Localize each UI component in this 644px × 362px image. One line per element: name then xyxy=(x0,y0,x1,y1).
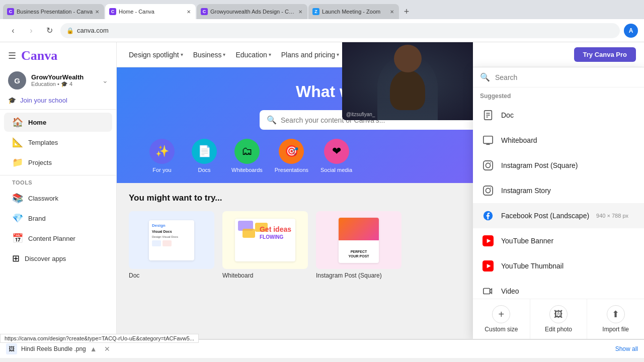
tab4-title: Launch Meeting - Zoom xyxy=(322,9,387,15)
dropdown-item-whiteboard[interactable]: Whiteboard xyxy=(473,128,644,153)
user-meta: Education • 🎓 4 xyxy=(31,81,97,87)
download-filename: Hindi Reels Bundle .png xyxy=(21,345,86,352)
svg-marker-19 xyxy=(490,289,492,293)
download-expand-icon[interactable]: ▲ xyxy=(90,345,97,353)
docs-icon: 📄 xyxy=(192,139,217,164)
user-section[interactable]: G GrowYourWealth Education • 🎓 4 ⌄ xyxy=(0,67,116,94)
dropdown-item-doc[interactable]: Doc xyxy=(473,103,644,128)
canva-logo[interactable]: Canva xyxy=(21,48,57,63)
tab4-favicon: Z xyxy=(312,8,319,15)
shortcut-foryou[interactable]: ✨ For you xyxy=(147,139,177,173)
education-label: Education xyxy=(235,51,267,59)
try-canva-pro-button[interactable]: Try Canva Pro xyxy=(574,47,636,62)
svg-point-9 xyxy=(490,162,491,163)
instagram-card-label: Instagram Post (Square) xyxy=(316,272,401,279)
import-file-button[interactable]: ⬆ Import file xyxy=(587,299,644,339)
join-school-label: Join your school xyxy=(20,97,67,104)
sidebar-item-classwork[interactable]: 📚 Classwork xyxy=(4,189,112,208)
tab3-title: Growyourwealth Ads Design - Ca... xyxy=(210,9,296,15)
sidebar-item-brand[interactable]: 💎 Brand xyxy=(4,209,112,228)
user-name: GrowYourWealth xyxy=(31,73,97,81)
sidebar: ☰ Canva G GrowYourWealth Education • 🎓 4… xyxy=(0,42,117,339)
app-body: ☰ Canva G GrowYourWealth Education • 🎓 4… xyxy=(0,42,644,339)
sidebar-item-content-planner[interactable]: 📅 Content Planner xyxy=(4,229,112,248)
sidebar-nav: 🏠 Home 📐 Templates 📁 Projects xyxy=(0,110,116,175)
forward-button[interactable]: › xyxy=(24,24,38,38)
dropdown-item-instagram-story[interactable]: Instagram Story xyxy=(473,178,644,203)
browser-tab-1[interactable]: C Business Presentation - Canva ✕ xyxy=(3,4,104,19)
topnav-business[interactable]: Business ▾ xyxy=(189,48,230,61)
dropdown-item-youtube-thumbnail[interactable]: YouTube Thumbnail xyxy=(473,253,644,279)
tab4-close[interactable]: ✕ xyxy=(390,9,394,15)
browser-tabs-bar: C Business Presentation - Canva ✕ C Home… xyxy=(0,0,644,19)
search-dropdown-input-row[interactable]: 🔍 xyxy=(473,67,644,87)
sidebar-item-projects[interactable]: 📁 Projects xyxy=(4,153,112,172)
home-label: Home xyxy=(28,119,46,126)
presentations-icon: 🎯 xyxy=(279,139,304,164)
show-all-button[interactable]: Show all xyxy=(615,345,638,352)
tab2-title: Home - Canva xyxy=(119,9,184,15)
custom-size-button[interactable]: + Custom size xyxy=(473,299,530,339)
home-icon: 🏠 xyxy=(12,117,23,128)
search-icon: 🔍 xyxy=(267,115,277,125)
shortcut-presentations[interactable]: 🎯 Presentations xyxy=(275,139,308,173)
shortcut-social-media[interactable]: ❤ Social media xyxy=(320,139,352,173)
social-media-icon: ❤ xyxy=(324,139,349,164)
tab2-close[interactable]: ✕ xyxy=(187,9,191,15)
dropdown-youtube-banner-icon xyxy=(480,233,496,249)
new-tab-button[interactable]: + xyxy=(400,5,413,18)
dropdown-item-youtube-banner[interactable]: YouTube Banner xyxy=(473,228,644,253)
design-spotlight-label: Design spotlight xyxy=(129,51,179,59)
topnav-plans-pricing[interactable]: Plans and pricing ▾ xyxy=(277,48,343,61)
sidebar-item-discover-apps[interactable]: ⊞ Discover apps xyxy=(4,249,112,268)
hamburger-button[interactable]: ☰ xyxy=(8,51,16,60)
dropdown-item-instagram-post-square[interactable]: Instagram Post (Square) xyxy=(473,153,644,178)
dropdown-video-label: Video xyxy=(501,287,519,295)
dropdown-item-facebook-post[interactable]: Facebook Post (Landscape) 940 × 788 px xyxy=(473,203,644,228)
browser-tab-3[interactable]: C Growyourwealth Ads Design - Ca... ✕ xyxy=(197,4,307,19)
sidebar-item-home[interactable]: 🏠 Home xyxy=(4,113,112,132)
browser-tab-4[interactable]: Z Launch Meeting - Zoom ✕ xyxy=(308,4,399,19)
card-instagram-post[interactable]: PERFECTYOUR POST Instagram Post (Square) xyxy=(316,211,401,279)
card-doc[interactable]: Design Visual Docs Design Visual Docs Do… xyxy=(129,211,214,279)
join-school-button[interactable]: 🎓 Join your school xyxy=(0,94,116,109)
presentations-label: Presentations xyxy=(275,167,308,173)
lock-icon: 🔒 xyxy=(66,27,74,34)
user-info: GrowYourWealth Education • 🎓 4 xyxy=(31,73,97,87)
classwork-icon: 📚 xyxy=(12,193,23,204)
shortcut-whiteboards[interactable]: 🗂 Whiteboards xyxy=(231,139,263,173)
topnav-education[interactable]: Education ▾ xyxy=(231,48,275,61)
topnav-design-spotlight[interactable]: Design spotlight ▾ xyxy=(125,48,187,61)
shortcut-docs[interactable]: 📄 Docs xyxy=(189,139,219,173)
sidebar-item-templates[interactable]: 📐 Templates xyxy=(4,133,112,152)
projects-icon: 📁 xyxy=(12,157,23,168)
back-button[interactable]: ‹ xyxy=(6,24,20,38)
tab1-favicon: C xyxy=(7,8,14,15)
svg-point-12 xyxy=(490,188,491,189)
browser-tab-2[interactable]: C Home - Canva ✕ xyxy=(105,4,196,19)
discover-apps-icon: ⊞ xyxy=(12,253,20,264)
reload-button[interactable]: ↻ xyxy=(42,24,56,38)
dropdown-instagram-story-icon xyxy=(480,183,496,199)
download-close-button[interactable]: ✕ xyxy=(104,345,110,353)
address-bar[interactable]: 🔒 canva.com xyxy=(60,23,620,38)
whiteboards-label: Whiteboards xyxy=(231,167,263,173)
templates-icon: 📐 xyxy=(12,137,23,148)
whiteboards-icon: 🗂 xyxy=(234,139,260,164)
webcam-overlay: @itzsufiyan_ xyxy=(342,42,473,120)
dropdown-item-video[interactable]: Video xyxy=(473,279,644,299)
education-chevron: ▾ xyxy=(269,52,271,57)
svg-rect-4 xyxy=(484,136,493,144)
dropdown-search-input[interactable] xyxy=(495,73,637,81)
tab3-close[interactable]: ✕ xyxy=(298,9,302,15)
tab1-close[interactable]: ✕ xyxy=(95,9,99,15)
profile-button[interactable]: A xyxy=(624,24,638,38)
edit-photo-button[interactable]: 🖼 Edit photo xyxy=(530,299,588,339)
card-whiteboard[interactable]: Get ideasFLOWING Whiteboard xyxy=(222,211,308,279)
browser-chrome: C Business Presentation - Canva ✕ C Home… xyxy=(0,0,644,42)
dropdown-footer: + Custom size 🖼 Edit photo ⬆ Import file xyxy=(473,299,644,339)
svg-rect-10 xyxy=(484,186,493,195)
search-dropdown: 🔍 Suggested Doc Whiteboard xyxy=(473,67,644,339)
plans-pricing-label: Plans and pricing xyxy=(281,51,335,59)
tab1-title: Business Presentation - Canva xyxy=(17,9,93,15)
